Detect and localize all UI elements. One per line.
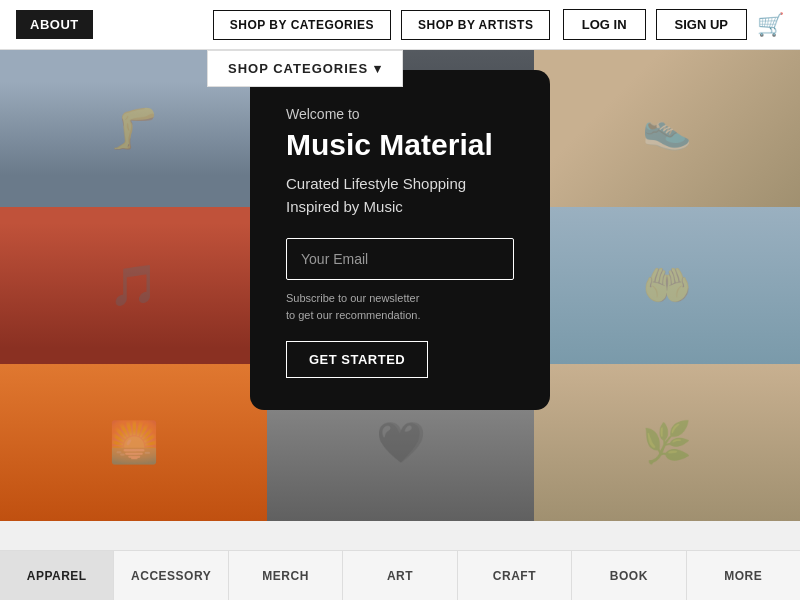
grid-cell-7: 🌅 (0, 364, 267, 521)
category-item-craft[interactable]: CRAFT (458, 551, 572, 600)
nav-right: LOG IN SIGN UP 🛒 (563, 9, 784, 40)
category-item-accessory[interactable]: ACCESSORY (114, 551, 228, 600)
category-item-book[interactable]: BOOK (572, 551, 686, 600)
get-started-button[interactable]: GET STARTED (286, 341, 428, 378)
modal-subtitle-line1: Curated Lifestyle Shopping (286, 175, 466, 192)
email-input[interactable] (286, 238, 514, 280)
grid-image-3: 👟 (534, 50, 800, 207)
modal-title: Music Material (286, 128, 514, 161)
shop-artists-button[interactable]: SHOP BY ARTISTS (401, 10, 550, 40)
grid-image-7: 🌅 (0, 364, 267, 521)
shop-categories-button[interactable]: SHOP BY CATEGORIES (213, 10, 391, 40)
grid-cell-9: 🌿 (534, 364, 800, 521)
about-button[interactable]: ABOUT (16, 10, 93, 39)
grid-cell-3: 👟 (534, 50, 800, 207)
category-bar: APPARELACCESSORYMERCHARTCRAFTBOOKMORE (0, 550, 800, 600)
grid-image-9: 🌿 (534, 364, 800, 521)
chevron-down-icon: ▾ (374, 61, 382, 76)
grid-image-6: 🤲 (534, 207, 800, 364)
modal-note: Subscribe to our newsletter to get our r… (286, 290, 514, 323)
modal-note-line1: Subscribe to our newsletter (286, 292, 419, 304)
login-button[interactable]: LOG IN (563, 9, 646, 40)
signup-button[interactable]: SIGN UP (656, 9, 747, 40)
category-item-merch[interactable]: MERCH (229, 551, 343, 600)
modal-note-line2: to get our recommendation. (286, 309, 421, 321)
navbar: ABOUT SHOP BY CATEGORIES SHOP BY ARTISTS… (0, 0, 800, 50)
nav-center: SHOP BY CATEGORIES SHOP BY ARTISTS (213, 10, 551, 40)
category-item-apparel[interactable]: APPAREL (0, 551, 114, 600)
dropdown-title: SHOP CATEGORIES (228, 61, 368, 76)
modal-welcome-text: Welcome to (286, 106, 514, 122)
grid-image-4: 🎵 (0, 207, 267, 364)
modal-subtitle: Curated Lifestyle Shopping Inspired by M… (286, 173, 514, 218)
category-item-more[interactable]: MORE (687, 551, 800, 600)
category-item-art[interactable]: ART (343, 551, 457, 600)
signup-modal: Welcome to Music Material Curated Lifest… (250, 70, 550, 410)
cart-icon[interactable]: 🛒 (757, 12, 784, 38)
grid-cell-4: 🎵 (0, 207, 267, 364)
grid-cell-6: 🤲 (534, 207, 800, 364)
modal-subtitle-line2: Inspired by Music (286, 198, 403, 215)
shop-categories-dropdown: SHOP CATEGORIES ▾ (207, 50, 403, 87)
